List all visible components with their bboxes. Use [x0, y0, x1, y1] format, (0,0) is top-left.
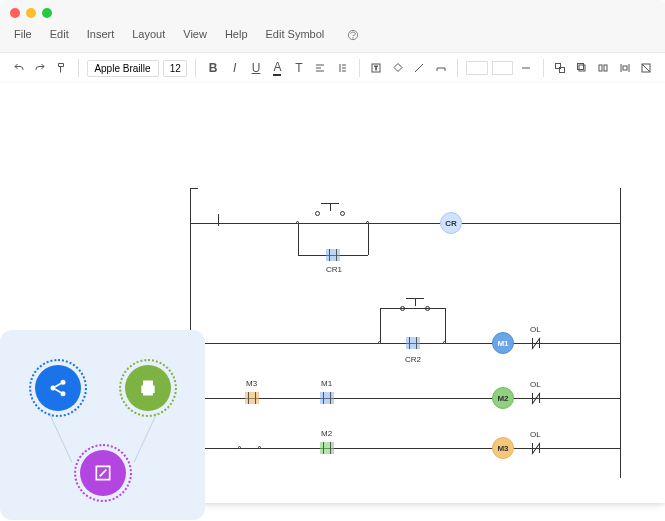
node-dot	[238, 446, 241, 449]
share-icon	[48, 378, 68, 398]
menu-edit-symbol[interactable]: Edit Symbol	[266, 28, 325, 44]
overload-contact-3[interactable]	[530, 443, 542, 453]
branch-1-down-r	[368, 223, 369, 255]
svg-point-26	[61, 391, 66, 396]
node-dot	[443, 341, 446, 344]
pushbutton-2[interactable]	[400, 298, 430, 314]
share-button[interactable]	[35, 365, 81, 411]
coil-m3[interactable]: M3	[492, 437, 514, 459]
text-box-icon[interactable]: T	[368, 59, 385, 77]
svg-point-1	[353, 38, 354, 39]
fill-swatch[interactable]	[466, 61, 487, 75]
branch-2-up-l	[380, 308, 381, 343]
separator	[457, 59, 458, 77]
redo-icon[interactable]	[31, 59, 48, 77]
connector-line	[48, 412, 72, 462]
branch-2-up-r	[445, 308, 446, 343]
label-m3-contact: M3	[246, 379, 257, 388]
top-tick	[190, 188, 198, 189]
label-cr1: CR1	[326, 265, 342, 274]
label-ol-3: OL	[530, 430, 541, 439]
separator	[195, 59, 196, 77]
contact-m2[interactable]	[320, 442, 334, 454]
print-button[interactable]	[125, 365, 171, 411]
undo-icon[interactable]	[10, 59, 27, 77]
bold-icon[interactable]: B	[204, 59, 221, 77]
fill-icon[interactable]	[389, 59, 406, 77]
separator	[359, 59, 360, 77]
menu-edit[interactable]: Edit	[50, 28, 69, 44]
format-painter-icon[interactable]	[53, 59, 70, 77]
contact-m1[interactable]	[320, 392, 334, 404]
node-dot	[296, 221, 299, 224]
rung-2	[190, 343, 620, 344]
lock-icon[interactable]	[638, 59, 655, 77]
separator	[543, 59, 544, 77]
menu-bar: File Edit Insert Layout View Help Edit S…	[0, 26, 665, 52]
contact-cr2[interactable]	[406, 337, 420, 349]
switch-open[interactable]	[200, 218, 228, 228]
overload-contact-2[interactable]	[530, 393, 542, 403]
close-icon[interactable]	[10, 8, 20, 18]
svg-line-11	[415, 64, 423, 72]
rung-1	[190, 223, 620, 224]
svg-point-24	[61, 380, 66, 385]
svg-point-25	[51, 386, 56, 391]
distribute-icon[interactable]	[616, 59, 633, 77]
coil-m1[interactable]: M1	[492, 332, 514, 354]
group-icon[interactable]	[552, 59, 569, 77]
minimize-icon[interactable]	[26, 8, 36, 18]
rung-4	[190, 448, 620, 449]
align-icon[interactable]	[312, 59, 329, 77]
label-ol-2: OL	[530, 380, 541, 389]
text-style-icon[interactable]: T	[290, 59, 307, 77]
underline-icon[interactable]: U	[247, 59, 264, 77]
pushbutton-1[interactable]	[315, 203, 345, 219]
edit-icon	[93, 463, 113, 483]
ai-icon[interactable]	[346, 28, 360, 44]
label-m2-contact: M2	[321, 429, 332, 438]
line-icon[interactable]	[411, 59, 428, 77]
contact-m3[interactable]	[245, 392, 259, 404]
label-cr2: CR2	[405, 355, 421, 364]
align-objects-icon[interactable]	[595, 59, 612, 77]
print-icon	[138, 378, 158, 398]
branch-1-down-l	[298, 223, 299, 255]
font-color-icon[interactable]: A	[269, 59, 286, 77]
action-panel	[0, 330, 205, 520]
overload-contact-1[interactable]	[530, 338, 542, 348]
connector-icon[interactable]	[432, 59, 449, 77]
svg-rect-18	[604, 65, 607, 71]
contact-cr1[interactable]	[326, 249, 340, 261]
spacing-icon[interactable]	[333, 59, 350, 77]
font-select[interactable]	[87, 60, 159, 77]
menu-insert[interactable]: Insert	[87, 28, 115, 44]
coil-m2[interactable]: M2	[492, 387, 514, 409]
edit-button[interactable]	[80, 450, 126, 496]
label-m1-contact: M1	[321, 379, 332, 388]
right-rail	[620, 188, 621, 478]
svg-rect-17	[599, 65, 602, 71]
svg-rect-20	[623, 66, 627, 70]
node-dot	[366, 221, 369, 224]
italic-icon[interactable]: I	[226, 59, 243, 77]
menu-file[interactable]: File	[14, 28, 32, 44]
window-controls	[0, 0, 665, 26]
menu-view[interactable]: View	[183, 28, 207, 44]
stroke-swatch[interactable]	[492, 61, 513, 75]
maximize-icon[interactable]	[42, 8, 52, 18]
branch-2-top	[380, 308, 445, 309]
line-style-icon[interactable]	[517, 59, 534, 77]
font-size-select[interactable]	[163, 60, 187, 77]
connector-line	[133, 412, 157, 462]
svg-line-23	[642, 64, 650, 72]
node-dot	[378, 341, 381, 344]
menu-layout[interactable]: Layout	[132, 28, 165, 44]
node-dot	[258, 446, 261, 449]
coil-cr[interactable]: CR	[440, 212, 462, 234]
svg-text:T: T	[375, 65, 378, 71]
separator	[78, 59, 79, 77]
menu-help[interactable]: Help	[225, 28, 248, 44]
layer-icon[interactable]	[573, 59, 590, 77]
svg-rect-16	[577, 64, 583, 70]
